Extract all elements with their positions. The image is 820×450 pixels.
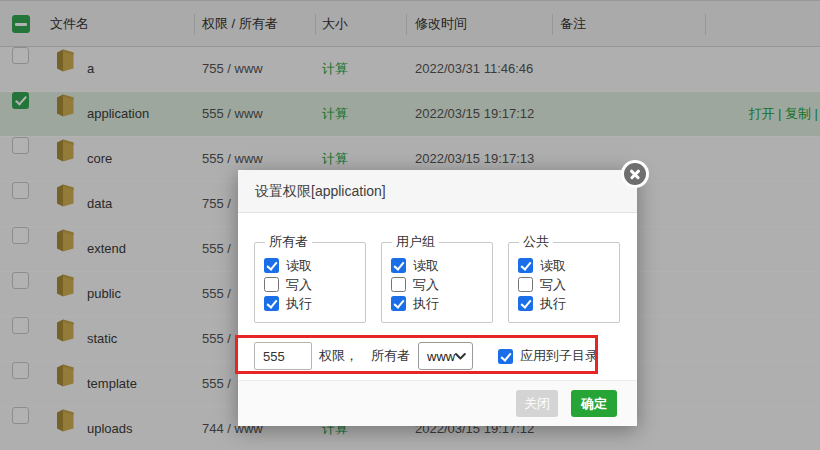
permission-group: 所有者 读取 写入 执行	[254, 233, 366, 323]
permission-group-legend: 公共	[519, 233, 553, 251]
permission-checkbox-label: 执行	[540, 295, 566, 313]
permission-checkbox[interactable]: 写入	[264, 275, 365, 294]
checkbox-icon	[518, 277, 533, 292]
checkbox-icon	[391, 296, 406, 311]
owner-select[interactable]: www	[418, 342, 473, 370]
permission-checkbox[interactable]: 写入	[391, 275, 492, 294]
checkbox-icon	[264, 258, 279, 273]
permission-value-row: 权限， 所有者 www 应用到子目录	[254, 342, 621, 370]
checkbox-icon	[391, 277, 406, 292]
set-permission-dialog: 设置权限[application] 所有者 读取 写入 执行 用户组 读取 写入…	[238, 170, 637, 426]
permission-checkbox-label: 读取	[540, 257, 566, 275]
chevron-down-icon	[455, 353, 466, 360]
close-icon[interactable]	[621, 160, 649, 188]
owner-select-value: www	[427, 349, 455, 364]
checkbox-icon	[391, 258, 406, 273]
permission-checkbox-label: 读取	[413, 257, 439, 275]
permission-checkbox[interactable]: 执行	[518, 294, 619, 313]
checkbox-icon	[264, 296, 279, 311]
dialog-body: 所有者 读取 写入 执行 用户组 读取 写入 执行 公共 读取 写入	[238, 233, 637, 370]
permission-checkbox-label: 写入	[413, 276, 439, 294]
dialog-footer: 关闭 确定	[238, 380, 637, 426]
permission-checkbox[interactable]: 读取	[391, 256, 492, 275]
owner-label: 所有者	[371, 347, 410, 365]
apply-to-subdir-checkbox[interactable]: 应用到子目录	[498, 347, 598, 365]
permission-group: 公共 读取 写入 执行	[508, 233, 620, 323]
permission-groups: 所有者 读取 写入 执行 用户组 读取 写入 执行 公共 读取 写入	[254, 233, 621, 323]
permission-checkbox-label: 写入	[540, 276, 566, 294]
permission-group: 用户组 读取 写入 执行	[381, 233, 493, 323]
permission-checkbox[interactable]: 读取	[518, 256, 619, 275]
permission-group-legend: 所有者	[265, 233, 312, 251]
dialog-title: 设置权限[application]	[255, 183, 386, 199]
dialog-title-bar: 设置权限[application]	[238, 170, 637, 213]
permission-checkbox-label: 读取	[286, 257, 312, 275]
checkbox-icon	[264, 277, 279, 292]
close-button[interactable]: 关闭	[516, 390, 558, 417]
permission-group-legend: 用户组	[392, 233, 439, 251]
permission-checkbox-label: 执行	[413, 295, 439, 313]
checkbox-icon	[518, 296, 533, 311]
permission-checkbox-label: 执行	[286, 295, 312, 313]
permission-checkbox[interactable]: 读取	[264, 256, 365, 275]
permission-checkbox[interactable]: 执行	[264, 294, 365, 313]
permission-checkbox[interactable]: 写入	[518, 275, 619, 294]
permission-checkbox-label: 写入	[286, 276, 312, 294]
checkbox-icon	[518, 258, 533, 273]
permission-value-input[interactable]	[254, 342, 312, 370]
apply-to-subdir-label: 应用到子目录	[520, 347, 598, 365]
confirm-button[interactable]: 确定	[571, 390, 617, 417]
permission-label: 权限，	[319, 347, 358, 365]
permission-checkbox[interactable]: 执行	[391, 294, 492, 313]
checkbox-checked-icon	[498, 349, 513, 364]
